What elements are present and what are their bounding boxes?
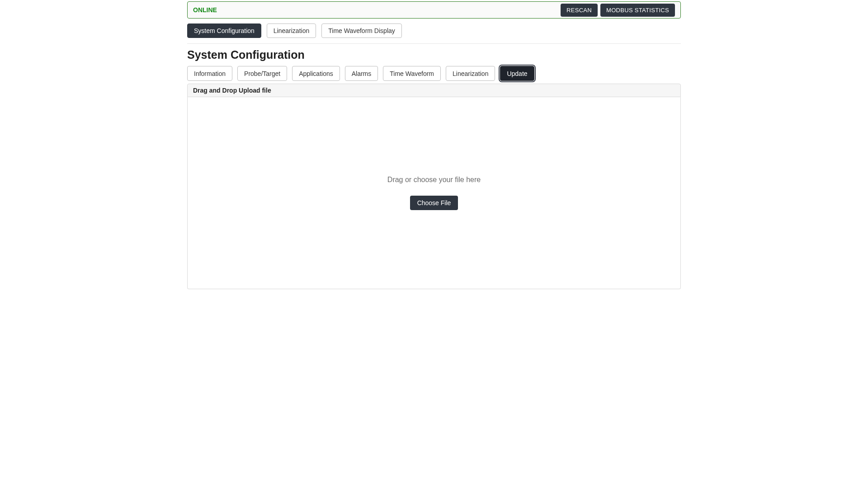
- rescan-button[interactable]: RESCAN: [561, 4, 598, 17]
- subtab-alarms[interactable]: Alarms: [345, 66, 378, 81]
- dropzone-text: Drag or choose your file here: [387, 176, 481, 184]
- status-bar: ONLINE RESCAN MODBUS STATISTICS: [187, 1, 681, 19]
- upload-panel-header: Drag and Drop Upload file: [187, 84, 681, 97]
- status-label: ONLINE: [193, 6, 217, 14]
- tab-system-configuration[interactable]: System Configuration: [187, 23, 261, 38]
- modbus-statistics-button[interactable]: MODBUS STATISTICS: [600, 4, 675, 17]
- tab-time-waveform-display[interactable]: Time Waveform Display: [321, 23, 402, 38]
- main-tabs: System Configuration Linearization Time …: [187, 23, 681, 44]
- subtab-applications[interactable]: Applications: [292, 66, 340, 81]
- file-dropzone[interactable]: Drag or choose your file here Choose Fil…: [187, 97, 681, 289]
- sub-tabs: Information Probe/Target Applications Al…: [187, 66, 681, 81]
- choose-file-button[interactable]: Choose File: [410, 196, 458, 210]
- subtab-probe-target[interactable]: Probe/Target: [237, 66, 287, 81]
- subtab-time-waveform[interactable]: Time Waveform: [383, 66, 441, 81]
- subtab-linearization[interactable]: Linearization: [446, 66, 495, 81]
- subtab-update[interactable]: Update: [500, 66, 534, 81]
- status-buttons: RESCAN MODBUS STATISTICS: [561, 4, 675, 17]
- subtab-information[interactable]: Information: [187, 66, 232, 81]
- tab-linearization[interactable]: Linearization: [267, 23, 316, 38]
- page-title: System Configuration: [187, 48, 681, 61]
